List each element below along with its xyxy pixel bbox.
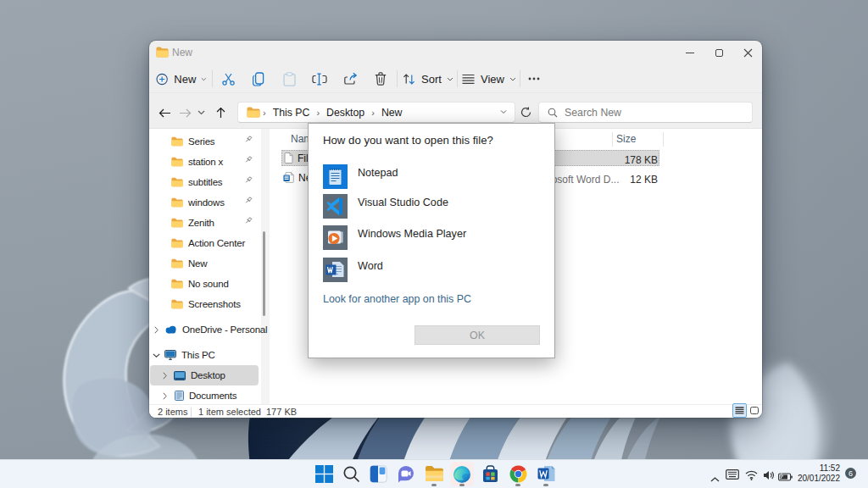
- paste-button[interactable]: [278, 67, 300, 91]
- sidebar-item-no-sound[interactable]: No sound: [150, 274, 259, 294]
- wifi-button[interactable]: [745, 469, 758, 484]
- chat-button[interactable]: [394, 464, 418, 485]
- sort-button[interactable]: Sort: [402, 67, 454, 91]
- chrome-button[interactable]: [506, 464, 530, 485]
- up-button[interactable]: [209, 102, 231, 124]
- view-button[interactable]: View: [462, 67, 516, 91]
- sidebar-item-station-x[interactable]: station x: [150, 152, 259, 172]
- task-view-button[interactable]: [366, 464, 390, 485]
- details-view-icon: [735, 407, 744, 414]
- taskbar-file-explorer-button[interactable]: [422, 464, 446, 485]
- start-button[interactable]: [312, 464, 336, 485]
- recent-locations-button[interactable]: [193, 102, 209, 124]
- edge-icon: [453, 465, 471, 484]
- app-option-notepad[interactable]: Notepad: [323, 164, 542, 191]
- taskbar-search-button[interactable]: [339, 464, 363, 485]
- sidebar-item-screenshots[interactable]: Screenshots: [150, 294, 259, 314]
- folder-icon: [171, 258, 183, 269]
- sidebar-item-zenith[interactable]: Zenith: [150, 213, 259, 233]
- breadcrumb-new[interactable]: New: [377, 107, 407, 119]
- close-button[interactable]: [733, 41, 762, 64]
- this-pc-icon: [164, 350, 176, 360]
- ok-button[interactable]: OK: [415, 325, 540, 345]
- sidebar-item-documents[interactable]: Documents: [150, 385, 259, 406]
- cut-button[interactable]: [217, 67, 239, 91]
- window-controls: [676, 41, 762, 64]
- expand-chevron-icon[interactable]: [163, 392, 167, 400]
- documents-icon: [175, 391, 184, 401]
- app-option-word[interactable]: Word: [323, 258, 542, 284]
- share-button[interactable]: [339, 67, 361, 91]
- touch-keyboard-button[interactable]: [726, 468, 739, 483]
- onedrive-cloud-icon: [164, 325, 177, 334]
- close-icon: [743, 48, 753, 58]
- battery-button[interactable]: [778, 469, 793, 485]
- copy-icon: [252, 72, 265, 86]
- copy-button[interactable]: [248, 67, 270, 91]
- sidebar-scrollbar-thumb[interactable]: [263, 231, 265, 316]
- pin-icon: [245, 156, 253, 164]
- folder-icon: [171, 299, 183, 309]
- back-button[interactable]: [153, 102, 175, 124]
- app-option-vscode[interactable]: Visual Studio Code: [323, 194, 542, 220]
- file-size: 178 KB: [607, 154, 658, 166]
- tray-chevron-button[interactable]: [710, 470, 720, 485]
- tray-time: 11:52: [798, 463, 840, 474]
- sidebar-item-new[interactable]: New: [150, 253, 259, 274]
- chrome-icon: [509, 465, 527, 483]
- column-header-size[interactable]: Size: [616, 133, 636, 145]
- app-option-wmp[interactable]: Windows Media Player: [323, 225, 542, 252]
- sidebar-item-windows[interactable]: windows: [150, 192, 259, 213]
- notification-badge[interactable]: 6: [845, 468, 856, 479]
- volume-button[interactable]: [763, 469, 775, 484]
- vscode-icon: [323, 194, 348, 219]
- taskbar-edge-button[interactable]: [450, 464, 474, 485]
- windows-start-icon: [315, 465, 333, 483]
- rename-icon: [312, 73, 328, 86]
- breadcrumb-this-pc[interactable]: This PC: [269, 107, 314, 119]
- chat-icon: [397, 465, 415, 483]
- sort-button-label: Sort: [415, 73, 442, 86]
- clock[interactable]: 11:52 20/01/2022: [798, 463, 840, 484]
- recent-chevron-icon: [198, 110, 205, 115]
- delete-button[interactable]: [370, 67, 392, 91]
- word-app-icon: [323, 258, 348, 282]
- search-box[interactable]: Search New: [538, 102, 753, 123]
- address-bar[interactable]: › This PC › Desktop › New: [237, 102, 515, 123]
- sort-icon: [403, 73, 415, 86]
- taskbar-word-button[interactable]: [534, 464, 558, 485]
- minimize-button[interactable]: [676, 41, 704, 64]
- rename-button[interactable]: [309, 67, 331, 91]
- details-view-button[interactable]: [732, 403, 747, 418]
- sidebar-item-label: OneDrive - Personal: [177, 324, 267, 335]
- sidebar-item-label: New: [183, 258, 207, 269]
- sidebar-scrollbar-track[interactable]: [261, 129, 270, 404]
- collapse-chevron-icon[interactable]: [153, 353, 160, 358]
- microsoft-store-button[interactable]: [478, 464, 502, 485]
- sidebar-item-this-pc[interactable]: This PC: [150, 345, 259, 365]
- app-option-label: Notepad: [358, 167, 398, 179]
- sidebar-item-label: Series: [183, 136, 214, 147]
- see-more-button[interactable]: [523, 67, 545, 91]
- expand-chevron-icon[interactable]: [154, 326, 159, 334]
- ok-button-label: OK: [470, 330, 485, 341]
- open-with-dialog: How do you want to open this file? Notep…: [308, 123, 555, 358]
- running-indicator-edge: [459, 484, 465, 486]
- title-bar: New: [149, 41, 762, 64]
- maximize-button[interactable]: [704, 41, 733, 64]
- navigation-pane: Series station x subtitles windows: [149, 129, 271, 404]
- thumbnail-view-button[interactable]: [748, 404, 760, 416]
- new-button[interactable]: New: [156, 67, 207, 91]
- sidebar-item-action-center[interactable]: Action Center: [150, 233, 259, 253]
- sidebar-item-desktop[interactable]: Desktop: [150, 365, 259, 385]
- look-for-another-app-link[interactable]: Look for another app on this PC: [323, 293, 471, 305]
- sidebar-item-series[interactable]: Series: [150, 131, 259, 152]
- sidebar-item-onedrive[interactable]: OneDrive - Personal: [150, 319, 259, 340]
- sidebar-item-subtitles[interactable]: subtitles: [150, 172, 259, 192]
- column-divider[interactable]: [612, 132, 613, 147]
- column-divider[interactable]: [663, 132, 664, 147]
- refresh-button[interactable]: [515, 102, 537, 123]
- address-dropdown-icon[interactable]: [500, 110, 515, 114]
- breadcrumb-desktop[interactable]: Desktop: [322, 107, 369, 119]
- expand-chevron-icon[interactable]: [163, 372, 167, 380]
